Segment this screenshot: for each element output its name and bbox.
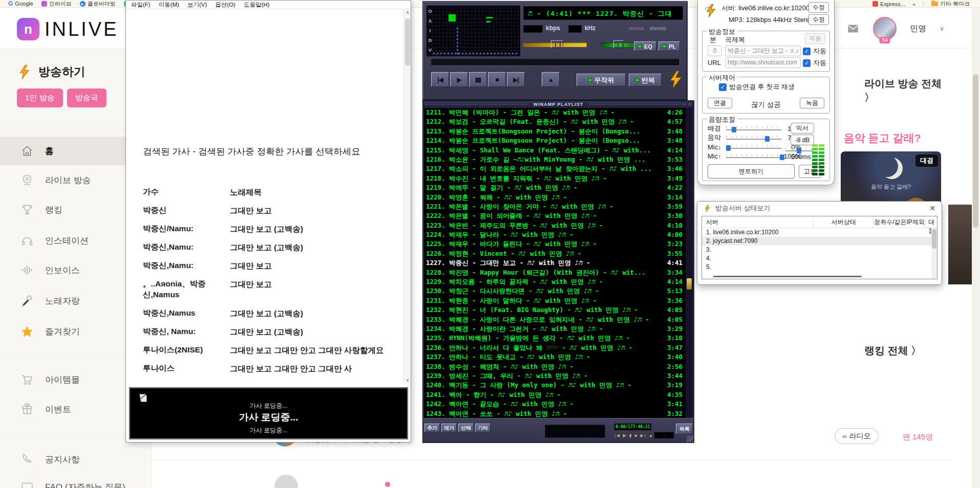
user-avatar[interactable]: 54 [873, 17, 897, 40]
track-marquee[interactable]: ♬ - (4:41) *** 1227. 박중신 - 그대 [523, 6, 683, 20]
playlist-row[interactable]: 1221. 박은별 - 사랑이 찾아온 거야 - ♬♪ with 민영 ♪♬ -… [424, 202, 685, 211]
server-row[interactable]: 1. live06.inlive.co.kr:10200 [702, 228, 937, 237]
status-window-titlebar[interactable]: 방송서버 상태보기 ✕ [697, 202, 942, 215]
winamp-visualizer[interactable]: OAIDV [427, 6, 520, 56]
playlist-row[interactable]: 1231. 박현종 - 사랑이 말하다 - ♬♪ with 민영 ♪♬ - 3:… [424, 296, 685, 305]
playlist-row[interactable]: 1243. 백아연 - 쏘쏘 - ♬♪ with 민영 ♪♬ - 3:32 [424, 409, 685, 418]
playlist-row[interactable]: 1227. 박중신 - 그대만 보고 - ♬♪ with 민영 ♪♬ - 4:4… [424, 258, 685, 268]
playlist-list-button[interactable]: 목록 [676, 424, 693, 434]
lyrics-result-row[interactable]: 。..Aяonia、박중신,Namus 그대만 보고 [143, 279, 399, 300]
slider-thumb[interactable] [726, 145, 731, 151]
playlist-row[interactable]: 1216. 박소윤 - 가로수 길 ~♬♪with MinYoung - ♬♪ … [424, 155, 685, 164]
column-listeners[interactable]: 청취수/같은IP제외 [874, 216, 925, 228]
site-logo[interactable]: n INLIVE [17, 18, 118, 40]
page-scrollbar-thumb[interactable] [973, 74, 978, 228]
server-row[interactable]: 4. [702, 254, 937, 263]
ranking-all-link[interactable]: 랭킹 전체 〉 [864, 344, 951, 358]
playlist-close-button[interactable] [688, 102, 692, 106]
lyrics-result-row[interactable]: 투나이스(2NISE) 그대만 보고 그대만 안고 그대만 사랑할게요 [143, 345, 399, 356]
eq-button[interactable]: EQ [634, 41, 656, 51]
volume-slider-thumb[interactable] [551, 40, 563, 49]
previous-button[interactable]: |◀ [431, 72, 449, 87]
song-auto-checkbox[interactable]: ✓자동 [803, 47, 826, 56]
playlist-row[interactable]: 1213. 박봉순 프로젝트(Bongsoon Project) - 봉순이 (… [424, 127, 685, 136]
mic-down-slider[interactable] [726, 143, 781, 150]
lyrics-result-row[interactable]: 투나이스 그대만 보고 그대만 안고 그대만 사 [143, 363, 399, 374]
server-row[interactable]: 5. [702, 263, 937, 272]
live-all-link[interactable]: 라이브 방송 전체 〉 [864, 77, 951, 104]
playlist-row[interactable]: 1211. 박민혜 (빅마마) - 그런 일은 - ♬♪ with 민영 ♪♬ … [424, 108, 685, 117]
status-vertical-scrollbar[interactable] [931, 228, 937, 279]
lyrics-result-row[interactable]: 박중신, Namu: 그대만 보고 (고백송) [143, 326, 399, 337]
minutes-input[interactable]: 0 [708, 46, 722, 56]
playlist-scrollbar[interactable] [685, 108, 693, 418]
playlist-row[interactable]: 1236. 반하나 - 너라서 다 좋았나 봐 ♡♡♡ - ♬♪ with 민영… [424, 343, 685, 352]
playlist-row[interactable]: 1218. 박수진 - 내 번호를 지워줘 - ♬♪ with 민영 ♪♬ - … [424, 174, 685, 183]
lyrics-result-row[interactable]: 박중신,Namu: 그대만 보고 [143, 260, 399, 271]
bookmark-clova[interactable]: 클로바더빙 [80, 0, 116, 8]
pause-button[interactable]: ▮▮ [469, 72, 487, 87]
playlist-row[interactable]: 1242. 백아연 - 끝모습 - ♬♪ with 민영 ♪♬ - 3:41 [424, 400, 685, 409]
column-max[interactable]: 최대청 [925, 216, 937, 228]
sidebar-item-faq[interactable]: FAQ (자주하는 질문) [0, 473, 152, 488]
playlist-row[interactable]: 1217. 박소피 - 이 외로움은 어디서부터 날 찾아왔는지 - ♬♪ wi… [424, 164, 685, 173]
playlist-resize-grip[interactable] [687, 435, 693, 442]
page-scrollbar[interactable] [972, 8, 980, 488]
radio-button[interactable]: ∞ 라디오 [835, 428, 879, 444]
playlist-row[interactable]: 1214. 박봉순 프로젝트(Bongsoon Project) - 봉순이 (… [424, 136, 685, 145]
playlist-add-button[interactable]: 추가 [424, 424, 440, 432]
playlist-row[interactable]: 1233. 박혜경 - 사랑이 다른 사랑으로 잊혀지네 - ♬♪ with 민… [424, 315, 685, 324]
playlist-misc-button[interactable]: 기타 [475, 424, 491, 432]
playlist-row[interactable]: 1215. 박세영 - Shall We Dance (Feat. 스탠딩에그)… [424, 146, 685, 155]
play-button[interactable]: ▶ [450, 72, 468, 87]
status-horizontal-scrollbar[interactable] [713, 276, 862, 277]
url-auto-checkbox[interactable]: ✓자동 [803, 58, 826, 68]
format-edit-button[interactable]: 수정 [808, 14, 829, 25]
lyrics-result-row[interactable]: 박중신 그대만 보고 [143, 205, 399, 216]
other-bookmarks-button[interactable]: 기타 북마크 [931, 0, 970, 8]
chevron-down-icon[interactable]: ∨ [940, 25, 944, 32]
balance-slider-thumb[interactable] [613, 40, 624, 49]
lyrics-result-row[interactable]: 박중신/Namu: 그대만 보고 (고백송) [143, 224, 399, 234]
stop-button[interactable]: ■ [488, 72, 506, 87]
playlist-row[interactable]: 1234. 박혜경 - 사랑이란 그런거 - ♬♪ with 민영 ♪♬ - 3… [424, 324, 685, 334]
playlist-shade-button[interactable] [681, 102, 686, 106]
playlist-toggle-button[interactable]: PL [658, 41, 680, 51]
station-button[interactable]: 방송국 [67, 88, 106, 107]
lyrics-scrollbar[interactable]: ∧ ∨ [403, 9, 411, 383]
playlist-row[interactable]: 1240. 백기동 - 그 사람 (My only one) - ♬♪ with… [424, 381, 685, 390]
playlist-row[interactable]: 1220. 박영훈 - 뭐해 - ♬♪ with 민영 ♪♬ - 3:14 [424, 193, 685, 202]
playlist-scrollbar-thumb[interactable] [686, 278, 692, 290]
music-volume-slider[interactable] [726, 134, 781, 141]
close-icon[interactable]: ✕ [929, 204, 935, 212]
url-input[interactable]: http://www.shoutcast.com [725, 57, 801, 68]
server-row[interactable]: 3. [702, 246, 937, 254]
bookmark-express[interactable]: Express... [872, 1, 905, 7]
playlist-row[interactable]: 1230. 박창근 - 다시사랑한다면 - ♬♪ with 민영 ♪♬ - 5:… [424, 286, 685, 296]
menu-item[interactable]: 옵션(O) [215, 1, 236, 9]
playlist-remove-button[interactable]: 제거 [441, 424, 457, 432]
playlist-row[interactable]: 1223. 박은빈 - 제주도의 푸른밤 - ♬♪ with 민영 ♪♬ - 4… [424, 221, 685, 230]
lyrics-scrollbar-thumb[interactable] [405, 18, 410, 65]
playlist-row[interactable]: 1239. 방세진 - 그때, 우리 - ♬♪ with 민영 ♪♬ - 3:4… [424, 371, 685, 381]
clutterbar[interactable]: OAIDV [428, 7, 432, 55]
ment-button[interactable]: 멘트하기 [708, 164, 795, 179]
repeat-button[interactable]: 반복 [629, 74, 662, 86]
playlist-row[interactable]: 1235. HYNN(박혜원) - 가을밤에 든 생각 - ♬♪ with 민영… [424, 334, 685, 343]
first-song-checkbox[interactable]: ✓방송연결 후 첫곡 재생 [719, 82, 795, 92]
eject-button[interactable]: ▲ [542, 72, 560, 87]
apply-button[interactable]: 적용 [805, 33, 825, 44]
playlist-row[interactable]: 1228. 박진영 - Happy Hour (퇴근길) (With 권진아) … [424, 268, 685, 277]
menu-item[interactable]: 도움말(H) [244, 1, 269, 9]
playlist-row[interactable]: 1241. 백아 - 향기 - ♬♪ with 민영 ♪♬ - 4:35 [424, 390, 685, 400]
menu-item[interactable]: 파일(F) [131, 1, 151, 9]
scroll-up-icon[interactable]: ∧ [404, 10, 411, 15]
record-button[interactable]: 녹음 [800, 98, 824, 108]
lyrics-result-row[interactable]: 박중신,Namus 그대만 보고 (고백송) [143, 308, 399, 319]
mic-up-slider[interactable] [726, 152, 781, 160]
slider-thumb[interactable] [780, 154, 784, 160]
next-button[interactable]: ▶| [507, 72, 525, 87]
song-title-input[interactable]: 박중신 - 그대만 보고 - ♬♪ v [725, 46, 801, 56]
bookmark-inlive[interactable]: 인라이브 [41, 0, 72, 8]
playlist-row[interactable]: 1224. 박재우 - 달나라 - ♬♪ with 민영 ♪♬ - 4:00 [424, 230, 685, 239]
